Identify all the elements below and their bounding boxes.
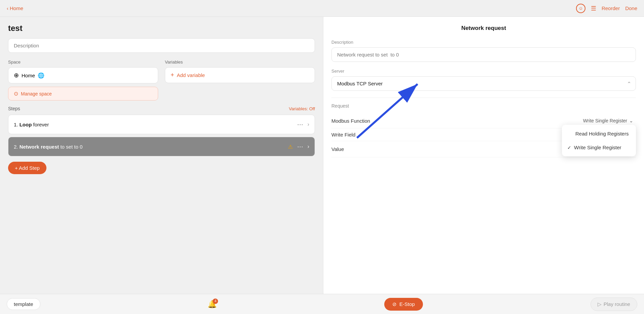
dropdown-read-label: Read Holding Registers <box>575 131 629 136</box>
plus-icon: + <box>171 72 174 79</box>
reorder-lines-icon: ☰ <box>591 5 596 12</box>
request-label: Request <box>331 103 636 109</box>
step-1-bold: Loop <box>20 122 32 127</box>
description-input[interactable] <box>8 38 315 53</box>
nav-center: ☺ ☰ Reorder Done <box>576 4 637 13</box>
nav-left: ‹ Home <box>7 5 23 11</box>
scan-icon: ⊙ <box>14 90 18 97</box>
main-content: test Space ⊕ Home 🌐 ⊙ Manage space Varia… <box>0 17 644 294</box>
write-field-label: Write Field <box>331 132 355 138</box>
target-icon: ⊕ <box>14 72 19 79</box>
step-2-actions: ⚠ ⋯ › <box>288 142 309 151</box>
right-description-input[interactable] <box>331 47 636 62</box>
back-link[interactable]: ‹ Home <box>7 5 23 11</box>
space-box[interactable]: ⊕ Home 🌐 <box>8 67 158 83</box>
server-label: Server <box>331 69 636 74</box>
play-icon: ▷ <box>598 301 602 307</box>
step-1[interactable]: 1. Loop forever ⋯ › <box>8 115 315 134</box>
play-routine-button[interactable]: ▷ Play routine <box>591 298 637 311</box>
variables-group: Variables + Add variable <box>165 60 315 101</box>
step-2-menu-button[interactable]: ⋯ <box>295 142 305 151</box>
modbus-function-value: Write Single Register <box>583 118 627 123</box>
modbus-function-button[interactable]: Write Single Register ⌄ <box>580 117 636 125</box>
description-label: Description <box>331 40 636 45</box>
server-select[interactable]: Modbus TCP Server <box>331 76 636 91</box>
step-2[interactable]: 2. Network request to set to 0 ⚠ ⋯ › <box>8 137 315 156</box>
warning-icon: ⚠ <box>288 144 293 150</box>
step-2-bold: Network request <box>20 144 59 150</box>
request-section: Request Modbus Function Write Single Reg… <box>331 97 636 157</box>
dropdown-write-label: Write Single Register <box>574 145 621 150</box>
variables-toggle: Variables: Off <box>289 106 315 111</box>
space-label: Space <box>8 60 158 65</box>
step-2-text: 2. Network request to set to 0 <box>14 144 82 150</box>
space-group: Space ⊕ Home 🌐 ⊙ Manage space <box>8 60 158 101</box>
modbus-select-wrapper: Write Single Register ⌄ Read Holding Reg… <box>580 117 636 125</box>
space-name: Home <box>22 73 35 78</box>
variables-label: Variables <box>165 60 315 65</box>
step-1-rest: forever <box>32 122 49 127</box>
left-panel: test Space ⊕ Home 🌐 ⊙ Manage space Varia… <box>0 17 323 294</box>
modbus-function-row: Modbus Function Write Single Register ⌄ … <box>331 113 636 128</box>
bottom-bar: template 🔔 4 ⊘ E-Stop ▷ Play routine <box>0 294 644 314</box>
globe-icon: 🌐 <box>38 72 44 79</box>
right-panel-title: Network request <box>331 25 636 32</box>
right-panel: Network request Description Server Modbu… <box>323 17 644 294</box>
server-select-wrapper: Modbus TCP Server ⌃ <box>331 76 636 91</box>
steps-header: Steps Variables: Off <box>8 106 315 111</box>
steps-label: Steps <box>8 106 20 111</box>
modbus-function-label: Modbus Function <box>331 118 370 124</box>
step-1-text: 1. Loop forever <box>14 122 49 127</box>
step-2-rest: to set to 0 <box>59 144 82 150</box>
notification-badge: 4 <box>213 299 218 304</box>
add-step-label: + Add Step <box>15 165 40 171</box>
manage-space-button[interactable]: ⊙ Manage space <box>8 87 158 101</box>
step-1-menu-button[interactable]: ⋯ <box>295 120 305 129</box>
step-1-number: 1. <box>14 122 20 127</box>
dropdown-item-read[interactable]: Read Holding Registers <box>562 127 636 141</box>
add-variable-label: Add variable <box>177 72 205 78</box>
emoji-icon[interactable]: ☺ <box>576 4 585 13</box>
done-button[interactable]: Done <box>625 5 637 11</box>
value-label: Value <box>331 146 344 152</box>
step-1-actions: ⋯ › <box>295 120 309 129</box>
modbus-dropdown: Read Holding Registers ✓ Write Single Re… <box>562 125 636 156</box>
notification-bell-wrapper: 🔔 4 <box>208 300 217 309</box>
back-label: Home <box>10 5 23 11</box>
estop-icon: ⊘ <box>392 301 397 307</box>
play-routine-label: Play routine <box>604 301 630 307</box>
page-title: test <box>8 24 315 33</box>
step-2-chevron: › <box>308 144 309 150</box>
add-step-button[interactable]: + Add Step <box>8 162 46 174</box>
manage-space-label: Manage space <box>21 91 52 96</box>
space-variables-row: Space ⊕ Home 🌐 ⊙ Manage space Variables … <box>8 60 315 101</box>
reorder-button[interactable]: Reorder <box>602 5 620 11</box>
step-1-chevron: › <box>308 121 309 127</box>
chevron-left-icon: ‹ <box>7 5 8 11</box>
template-label: template <box>7 298 40 310</box>
modbus-chevron-icon: ⌄ <box>629 118 633 123</box>
dropdown-item-write[interactable]: ✓ Write Single Register <box>562 141 636 154</box>
add-variable-button[interactable]: + Add variable <box>165 67 315 83</box>
top-nav: ‹ Home ☺ ☰ Reorder Done <box>0 0 644 17</box>
check-icon: ✓ <box>567 145 571 150</box>
step-2-number: 2. <box>14 144 20 150</box>
estop-label: E-Stop <box>399 301 415 307</box>
estop-button[interactable]: ⊘ E-Stop <box>384 298 423 311</box>
